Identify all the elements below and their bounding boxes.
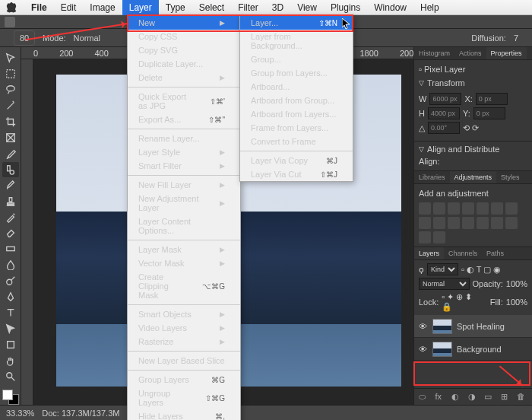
apple-icon[interactable]: [6, 2, 17, 13]
marquee-tool[interactable]: [2, 66, 19, 81]
gradient-tool[interactable]: [2, 241, 19, 256]
menu-item[interactable]: New Layer Based Slice: [128, 354, 240, 368]
menu-item[interactable]: Layer Style▶: [128, 145, 240, 159]
crop-tool[interactable]: [2, 114, 19, 129]
adj-icon[interactable]: [433, 202, 445, 215]
color-swatches[interactable]: [2, 390, 19, 405]
tab-histogram[interactable]: Histogram: [414, 47, 454, 59]
menu-filter[interactable]: Filter: [231, 0, 265, 15]
menu-item[interactable]: Rasterize▶: [128, 335, 240, 348]
menu-item[interactable]: Smart Objects▶: [128, 307, 240, 321]
eraser-tool[interactable]: [2, 225, 19, 240]
adj-icon[interactable]: [433, 217, 445, 229]
stamp-tool[interactable]: [2, 194, 19, 209]
menu-item[interactable]: Layer Mask▶: [128, 243, 240, 256]
blur-tool[interactable]: [2, 257, 19, 272]
pen-tool[interactable]: [2, 289, 19, 304]
frame-tool[interactable]: [2, 130, 19, 145]
transform-x[interactable]: [476, 93, 508, 105]
mask-icon[interactable]: ◐: [451, 392, 462, 402]
adj-icon[interactable]: [477, 202, 489, 215]
menu-item[interactable]: Duplicate Layer...: [128, 57, 240, 71]
menu-item[interactable]: Copy CSS: [128, 30, 240, 43]
path-tool[interactable]: [2, 321, 19, 336]
mode-value[interactable]: Normal: [74, 33, 100, 43]
menu-file[interactable]: File: [24, 0, 54, 15]
brush-tool[interactable]: [2, 178, 19, 193]
menu-item[interactable]: Export As...⇧⌘": [128, 113, 240, 126]
link-layers-icon[interactable]: ⬭: [419, 392, 429, 402]
adj-icon[interactable]: [491, 202, 503, 215]
adj-icon[interactable]: [419, 231, 431, 243]
adj-icon[interactable]: [419, 217, 431, 229]
shape-tool[interactable]: [2, 337, 19, 352]
menu-item[interactable]: New▶: [128, 16, 240, 30]
brush-size-picker[interactable]: 80: [14, 30, 35, 46]
menu-item[interactable]: Layer Via Copy⌘J: [240, 154, 353, 167]
menu-edit[interactable]: Edit: [54, 0, 84, 15]
adj-icon[interactable]: [462, 202, 474, 215]
menu-item[interactable]: New Adjustment Layer▶: [128, 192, 240, 215]
menu-plugins[interactable]: Plugins: [324, 0, 367, 15]
adj-icon[interactable]: [448, 202, 460, 215]
tab-paths[interactable]: Paths: [482, 247, 508, 259]
blend-mode[interactable]: Normal: [419, 278, 470, 290]
adj-icon[interactable]: [448, 217, 460, 229]
adj-icon[interactable]: [433, 231, 445, 243]
tab-properties[interactable]: Properties: [486, 47, 527, 59]
adj-icon[interactable]: [491, 217, 503, 229]
menu-item[interactable]: Quick Export as JPG⇧⌘': [128, 90, 240, 113]
dodge-tool[interactable]: [2, 273, 19, 288]
group-icon[interactable]: ▭: [484, 392, 495, 402]
tab-channels[interactable]: Channels: [444, 247, 482, 259]
menu-image[interactable]: Image: [83, 0, 122, 15]
opacity-value[interactable]: 100%: [506, 279, 527, 288]
menu-item[interactable]: Hide Layers⌘,: [128, 409, 240, 420]
transform-y[interactable]: [473, 107, 505, 119]
home-icon[interactable]: [5, 17, 15, 27]
zoom-level[interactable]: 33.33%: [6, 409, 34, 418]
menu-help[interactable]: Help: [413, 0, 446, 15]
lasso-tool[interactable]: [2, 82, 19, 97]
hand-tool[interactable]: [2, 353, 19, 368]
align-section[interactable]: ▽ Align and Distribute: [414, 141, 532, 157]
spot-healing-tool[interactable]: [2, 162, 19, 177]
wand-tool[interactable]: [2, 98, 19, 113]
menu-item[interactable]: New Fill Layer▶: [128, 178, 240, 192]
menu-item[interactable]: Group Layers⌘G: [128, 373, 240, 387]
tab-libraries[interactable]: Libraries: [414, 171, 450, 183]
fx-icon[interactable]: fx: [435, 392, 446, 402]
trash-icon[interactable]: 🗑: [517, 392, 527, 402]
visibility-icon[interactable]: 👁: [419, 322, 428, 331]
transform-angle[interactable]: [428, 122, 460, 134]
adj-icon[interactable]: [419, 202, 431, 215]
tab-actions[interactable]: Actions: [454, 47, 486, 59]
menu-item[interactable]: Delete▶: [128, 71, 240, 84]
layer-row[interactable]: 👁Spot Healing: [414, 315, 532, 338]
menu-layer[interactable]: Layer: [122, 0, 159, 15]
menu-window[interactable]: Window: [367, 0, 413, 15]
menu-item[interactable]: Rename Layer...: [128, 132, 240, 145]
adj-icon[interactable]: [462, 217, 474, 229]
tab-layers[interactable]: Layers: [414, 247, 444, 259]
menu-type[interactable]: Type: [159, 0, 192, 15]
transform-width[interactable]: [429, 93, 461, 105]
menu-select[interactable]: Select: [192, 0, 231, 15]
tab-styles[interactable]: Styles: [496, 171, 524, 183]
menu-item[interactable]: Copy SVG: [128, 43, 240, 57]
menu-item[interactable]: Layer...⇧⌘N: [240, 16, 353, 30]
menu-item[interactable]: Create Clipping Mask⌥⌘G: [128, 270, 240, 302]
adj-icon[interactable]: [477, 217, 489, 229]
adjustment-layer-icon[interactable]: ◑: [468, 392, 479, 402]
menu-view[interactable]: View: [290, 0, 324, 15]
transform-height[interactable]: [428, 107, 460, 119]
layer-kind-filter[interactable]: Kind: [427, 263, 458, 275]
menu-item[interactable]: Group from Layers...: [240, 66, 353, 80]
menu-item[interactable]: Video Layers▶: [128, 321, 240, 335]
move-tool[interactable]: [2, 50, 19, 65]
layer-row[interactable]: 👁Background: [414, 338, 532, 361]
history-brush-tool[interactable]: [2, 210, 19, 225]
type-tool[interactable]: [2, 305, 19, 320]
visibility-icon[interactable]: 👁: [419, 345, 428, 354]
adj-icon[interactable]: [505, 202, 518, 215]
